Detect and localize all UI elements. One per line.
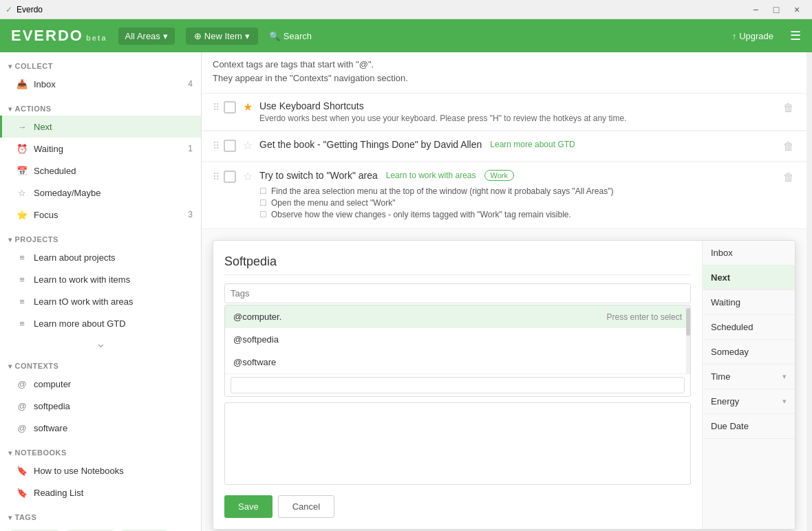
- dropdown-scrollbar[interactable]: [686, 305, 690, 373]
- task-link-3[interactable]: Learn to work with areas: [386, 171, 476, 180]
- checklist-item-2: Open the menu and select "Work": [259, 198, 782, 208]
- scheduled-label: Scheduled: [34, 166, 193, 176]
- energy-chevron-icon: ▾: [782, 397, 787, 406]
- sidebar-item-learn-gtd[interactable]: ≡ Learn more about GTD: [0, 312, 201, 334]
- new-item-button[interactable]: ⊕ New Item ▾: [186, 28, 258, 45]
- collect-section-header[interactable]: ▾ COLLECT: [0, 58, 201, 73]
- search-label: Search: [284, 31, 312, 41]
- edit-modal: @computer. Press enter to select @softpe…: [213, 240, 795, 530]
- sidebar-item-someday[interactable]: ☆ Someday/Maybe: [0, 182, 201, 204]
- focus-icon: ⭐: [16, 208, 28, 221]
- dropdown-scrollbar-thumb: [686, 308, 690, 336]
- edit-modal-right-panel: Inbox Next Waiting Scheduled Someday Tim…: [702, 241, 795, 529]
- sidebar-item-next[interactable]: → Next: [0, 116, 201, 138]
- contexts-chevron-icon: ▾: [8, 362, 12, 370]
- focus-label: Focus: [34, 210, 188, 220]
- collect-section: ▾ COLLECT 📥 Inbox 4: [0, 58, 201, 95]
- actions-chevron-icon: ▾: [8, 105, 12, 113]
- right-panel-inbox[interactable]: Inbox: [703, 241, 795, 266]
- task-checkbox-2[interactable]: [224, 140, 236, 152]
- contexts-section-header[interactable]: ▾ CONTEXTS: [0, 358, 201, 373]
- dropdown-select[interactable]: [231, 377, 685, 393]
- notebooks-section-header[interactable]: ▾ NOTEBOOKS: [0, 444, 201, 459]
- project-2-label: Learn to work with items: [34, 274, 193, 285]
- sidebar-item-learn-areas[interactable]: ≡ Learn tO work with areas: [0, 290, 201, 312]
- right-panel-time[interactable]: Time ▾: [703, 365, 795, 389]
- right-panel-energy[interactable]: Energy ▾: [703, 389, 795, 414]
- someday-label: Someday/Maybe: [34, 188, 193, 198]
- sidebar-item-softpedia[interactable]: @ softpedia: [0, 395, 201, 417]
- save-button[interactable]: Save: [224, 495, 273, 518]
- dropdown-item-computer[interactable]: @computer. Press enter to select: [225, 305, 690, 328]
- close-button[interactable]: ×: [787, 3, 806, 17]
- sidebar-item-scheduled[interactable]: 📅 Scheduled: [0, 160, 201, 182]
- projects-section: ▾ PROJECTS ≡ Learn about projects ≡ Lear…: [0, 231, 201, 352]
- projects-section-header[interactable]: ▾ PROJECTS: [0, 231, 201, 246]
- actions-section-header[interactable]: ▾ ACTIONS: [0, 100, 201, 116]
- areas-dropdown-button[interactable]: All Areas ▾: [118, 28, 175, 45]
- dropdown-item-softpedia[interactable]: @softpedia: [225, 328, 690, 351]
- notes-textarea[interactable]: [224, 402, 691, 485]
- tags-input[interactable]: [224, 283, 691, 303]
- task-link-2[interactable]: Learn more about GTD: [490, 140, 575, 149]
- task-checkbox-1[interactable]: [224, 101, 236, 113]
- hamburger-menu-button[interactable]: ☰: [790, 28, 801, 43]
- task-subtitle-1: Everdo works best when you use your keyb…: [259, 113, 782, 123]
- inbox-count: 4: [188, 79, 193, 89]
- task-tag-3[interactable]: Work: [484, 170, 514, 181]
- search-button[interactable]: 🔍 Search: [269, 31, 312, 41]
- task-item-gtd: ⠿ ☆ Get the book - "Getting Things Done"…: [202, 132, 806, 162]
- sidebar-item-learn-items[interactable]: ≡ Learn to work with items: [0, 268, 201, 290]
- right-panel-waiting[interactable]: Waiting: [703, 290, 795, 315]
- task-checkbox-3[interactable]: [224, 171, 236, 183]
- task-star-2[interactable]: ☆: [243, 139, 253, 152]
- dropdown-item-software[interactable]: @software: [225, 351, 690, 373]
- cancel-button[interactable]: Cancel: [278, 495, 334, 518]
- right-panel-energy-label: Energy: [711, 396, 739, 407]
- window-controls[interactable]: − □ ×: [746, 3, 806, 17]
- drag-handle-3[interactable]: ⠿: [213, 170, 220, 182]
- edit-modal-title-input[interactable]: [224, 252, 691, 275]
- maximize-button[interactable]: □: [767, 3, 786, 17]
- dropdown-item-softpedia-label: @softpedia: [233, 334, 279, 345]
- notebook-icon-2: 🔖: [16, 486, 28, 499]
- sidebar-item-inbox[interactable]: 📥 Inbox 4: [0, 73, 201, 95]
- tags-section-header[interactable]: ▾ TAGS: [0, 509, 201, 524]
- drag-handle-1[interactable]: ⠿: [213, 100, 220, 113]
- tags-list: @computer @softpedia @software: [0, 524, 201, 531]
- sidebar-item-focus[interactable]: ⭐ Focus 3: [0, 204, 201, 226]
- drag-handle-2[interactable]: ⠿: [213, 139, 220, 151]
- right-scrollbar[interactable]: [806, 52, 812, 531]
- project-4-label: Learn more about GTD: [34, 318, 193, 329]
- right-panel-scheduled[interactable]: Scheduled: [703, 315, 795, 340]
- right-panel-due-date[interactable]: Due Date: [703, 414, 795, 439]
- sidebar-item-waiting[interactable]: ⏰ Waiting 1: [0, 138, 201, 160]
- projects-expand-icon[interactable]: ⌄: [0, 334, 201, 352]
- task-star-3[interactable]: ☆: [243, 170, 253, 183]
- sidebar-item-software[interactable]: @ software: [0, 417, 201, 439]
- right-panel-time-label: Time: [711, 371, 730, 382]
- checklist-item-3: Observe how the view changes - only item…: [259, 210, 782, 219]
- app-logo: EVERDObeta: [11, 27, 107, 45]
- task-delete-2[interactable]: 🗑: [782, 139, 795, 154]
- title-bar: ✓ Everdo − □ ×: [0, 0, 812, 19]
- task-delete-1[interactable]: 🗑: [782, 100, 795, 116]
- search-icon: 🔍: [269, 31, 280, 41]
- app-beta-label: beta: [86, 34, 107, 42]
- notebook-2-label: Reading List: [34, 488, 193, 498]
- plus-icon: ⊕: [194, 31, 202, 41]
- task-star-1[interactable]: ★: [243, 100, 253, 113]
- right-panel-next[interactable]: Next: [703, 266, 795, 290]
- sidebar-item-learn-projects[interactable]: ≡ Learn about projects: [0, 246, 201, 268]
- app-icon: ✓: [6, 5, 12, 14]
- right-panel-someday[interactable]: Someday: [703, 340, 795, 365]
- task-delete-3[interactable]: 🗑: [782, 170, 795, 185]
- waiting-icon: ⏰: [16, 142, 28, 155]
- contexts-section-label: CONTEXTS: [15, 362, 59, 370]
- upgrade-button[interactable]: ↑ Upgrade: [732, 31, 773, 41]
- sidebar-item-reading-list[interactable]: 🔖 Reading List: [0, 481, 201, 503]
- sidebar-item-how-to-notebooks[interactable]: 🔖 How to use Notebooks: [0, 459, 201, 481]
- tags-dropdown: @computer. Press enter to select @softpe…: [224, 305, 691, 397]
- sidebar-item-computer[interactable]: @ computer: [0, 373, 201, 395]
- minimize-button[interactable]: −: [746, 3, 765, 17]
